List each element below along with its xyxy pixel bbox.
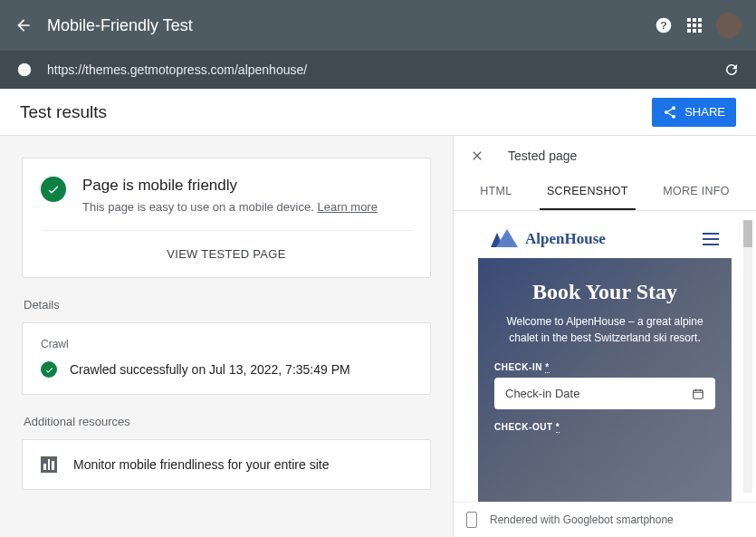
logo-icon [491,229,518,249]
svg-point-4 [665,110,668,114]
preview-header: AlpenHouse [478,220,732,258]
learn-more-link[interactable]: Learn more [317,200,377,214]
reload-icon[interactable] [723,62,740,78]
details-section-label: Details [24,298,431,312]
tab-screenshot[interactable]: SCREENSHOT [540,176,636,210]
results-column: Page is mobile friendly This page is eas… [0,136,453,537]
hero-section: Book Your Stay Welcome to AlpenHouse – a… [478,258,732,502]
view-tested-page-button[interactable]: VIEW TESTED PAGE [41,230,412,277]
page-title: Test results [20,102,107,122]
svg-text:?: ? [660,19,666,31]
globe-icon [16,62,33,78]
apps-icon[interactable] [687,18,702,33]
mobile-preview: AlpenHouse Book Your Stay Welcome to Alp… [478,220,732,502]
check-circle-icon [41,177,66,202]
share-button[interactable]: SHARE [652,98,736,127]
subheader: Test results SHARE [0,89,756,136]
close-icon[interactable] [470,149,484,163]
preview-footer: Rendered with Googlebot smartphone [454,502,756,537]
crawl-text: Crawled successfully on Jul 13, 2022, 7:… [70,362,350,377]
monitor-card[interactable]: Monitor mobile friendliness for your ent… [22,439,431,490]
hero-subtitle: Welcome to AlpenHouse – a great alpine c… [494,313,715,346]
checkout-label: CHECK-OUT * [494,422,715,432]
preview-area: AlpenHouse Book Your Stay Welcome to Alp… [454,211,756,502]
svg-point-5 [672,114,675,118]
url-bar: https://themes.getmotopress.com/alpenhou… [0,51,756,89]
panel-tabs: HTML SCREENSHOT MORE INFO [454,176,756,211]
hero-title: Book Your Stay [494,280,715,304]
avatar[interactable] [716,13,742,38]
tested-page-panel: Tested page HTML SCREENSHOT MORE INFO Al… [453,136,756,537]
panel-title: Tested page [508,149,577,163]
tab-more-info[interactable]: MORE INFO [656,176,737,210]
additional-section-label: Additional resources [24,415,431,428]
svg-rect-8 [694,389,703,398]
back-arrow-icon[interactable] [14,16,33,34]
status-title: Page is mobile friendly [82,177,378,195]
preview-scrollbar[interactable] [743,220,752,493]
url-text[interactable]: https://themes.getmotopress.com/alpenhou… [47,62,709,77]
share-label: SHARE [684,105,725,119]
status-card: Page is mobile friendly This page is eas… [22,158,431,278]
smartphone-icon [466,512,477,528]
svg-point-3 [672,106,675,110]
bar-chart-icon [41,456,57,473]
checkin-label: CHECK-IN * [494,362,715,372]
crawl-label: Crawl [41,338,412,350]
check-small-icon [41,361,57,378]
status-subtitle: This page is easy to use on a mobile dev… [82,200,378,214]
monitor-text: Monitor mobile friendliness for your ent… [73,457,329,472]
checkin-placeholder: Check-in Date [505,387,579,400]
tab-html[interactable]: HTML [473,176,519,210]
share-icon [663,105,677,120]
checkin-input[interactable]: Check-in Date [494,378,715,409]
calendar-icon [692,388,704,400]
hamburger-icon[interactable] [703,233,719,245]
rendered-with-text: Rendered with Googlebot smartphone [490,513,674,526]
brand-name: AlpenHouse [525,230,606,248]
help-icon[interactable]: ? [655,16,673,34]
app-header: Mobile-Friendly Test ? [0,0,756,51]
crawl-card: Crawl Crawled successfully on Jul 13, 20… [22,322,431,395]
app-title: Mobile-Friendly Test [47,16,640,35]
